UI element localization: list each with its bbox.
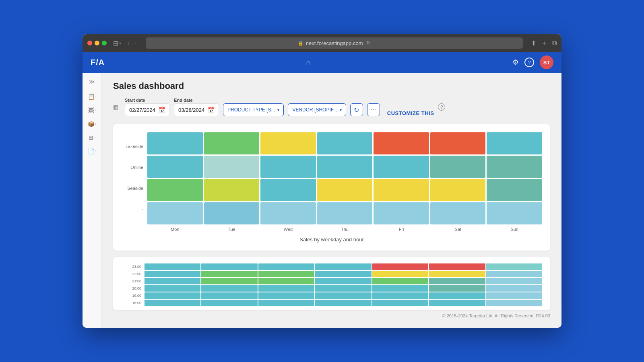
heatmap2-cell-r5-c0[interactable] — [144, 300, 200, 306]
heatmap2-cell-r5-c6[interactable] — [486, 300, 542, 306]
heatmap1-cell-r2-c5[interactable] — [430, 179, 486, 201]
heatmap2-cell-r5-c2[interactable] — [258, 300, 314, 306]
vendor-filter-btn[interactable]: VENDOR [SHOPIF... ▾ — [288, 103, 346, 116]
end-date-input[interactable]: 03/28/2024 📅 — [174, 103, 219, 116]
heatmap2-cell-r1-c5[interactable] — [429, 271, 485, 277]
help-icon[interactable]: ? — [524, 58, 534, 67]
heatmap1-cell-r1-c0[interactable] — [147, 156, 203, 178]
heatmap2-cell-r3-c6[interactable] — [486, 285, 542, 292]
heatmap2-cell-r1-c4[interactable] — [372, 271, 428, 277]
heatmap2-cell-r1-c1[interactable] — [201, 271, 257, 277]
heatmap1-cell-r1-c5[interactable] — [430, 156, 486, 178]
heatmap1-cell-r3-c3[interactable] — [317, 202, 373, 224]
heatmap2-cell-r2-c4[interactable] — [372, 278, 428, 284]
sidebar-expand-btn[interactable]: ≫ — [87, 76, 97, 87]
heatmap1-cell-r0-c3[interactable] — [317, 132, 373, 154]
customize-help-icon[interactable]: ? — [438, 103, 445, 111]
heatmap1-cell-r2-c0[interactable] — [147, 179, 203, 201]
heatmap1-cell-r2-c1[interactable] — [204, 179, 260, 201]
heatmap1-cell-r3-c2[interactable] — [260, 202, 316, 224]
heatmap2-cell-r0-c0[interactable] — [144, 263, 200, 270]
url-bar[interactable]: 🔒 next.forecastingapp.com ↻ — [146, 37, 523, 49]
more-options-btn[interactable]: ··· — [367, 103, 380, 116]
heatmap1-cell-r1-c2[interactable] — [260, 156, 316, 178]
heatmap2-cell-r0-c6[interactable] — [486, 263, 542, 270]
sidebar-item-1[interactable]: 📋 › — [85, 90, 99, 103]
heatmap2-cell-r3-c2[interactable] — [258, 285, 314, 292]
heatmap1-cell-r1-c6[interactable] — [487, 156, 542, 178]
heatmap2-cell-r2-c0[interactable] — [144, 278, 200, 284]
heatmap2-cell-r4-c1[interactable] — [201, 292, 257, 299]
heatmap2-cell-r5-c3[interactable] — [315, 300, 371, 306]
user-avatar[interactable]: ST — [540, 56, 553, 69]
heatmap2-cell-r0-c3[interactable] — [315, 263, 371, 270]
refresh-btn[interactable]: ↻ — [350, 103, 363, 116]
sidebar-item-4[interactable]: ⊞ › — [85, 132, 99, 144]
heatmap2-cell-r3-c5[interactable] — [429, 285, 485, 292]
settings-icon[interactable]: ⚙ — [512, 58, 519, 67]
heatmap1-cell-r0-c1[interactable] — [204, 132, 260, 154]
heatmap2-cell-r4-c6[interactable] — [486, 292, 542, 299]
heatmap2-cell-r3-c1[interactable] — [201, 285, 257, 292]
sidebar-item-2[interactable]: 🖼 › — [85, 104, 99, 116]
heatmap2-cell-r5-c5[interactable] — [429, 300, 485, 306]
forward-button[interactable]: › — [133, 39, 138, 47]
heatmap2-cell-r3-c3[interactable] — [315, 285, 371, 292]
close-button[interactable] — [87, 41, 92, 45]
start-date-input[interactable]: 02/27/2024 📅 — [125, 103, 170, 116]
heatmap1-cell-r3-c6[interactable] — [487, 202, 542, 224]
heatmap2-cell-r1-c6[interactable] — [486, 271, 542, 277]
heatmap2-cell-r0-c4[interactable] — [372, 263, 428, 270]
heatmap2-cell-r0-c5[interactable] — [429, 263, 485, 270]
heatmap2-cell-r2-c5[interactable] — [429, 278, 485, 284]
heatmap2-cell-r2-c6[interactable] — [486, 278, 542, 284]
heatmap2-cell-r4-c0[interactable] — [144, 292, 200, 299]
home-icon[interactable]: ⌂ — [306, 58, 311, 67]
heatmap2-cell-r4-c3[interactable] — [315, 292, 371, 299]
heatmap1-cell-r2-c3[interactable] — [317, 179, 373, 201]
heatmap1-cell-r1-c3[interactable] — [317, 156, 373, 178]
heatmap2-cell-r1-c3[interactable] — [315, 271, 371, 277]
heatmap2-cell-r5-c1[interactable] — [201, 300, 257, 306]
heatmap2-cell-r4-c4[interactable] — [372, 292, 428, 299]
reload-icon[interactable]: ↻ — [367, 40, 371, 46]
table-view-icon[interactable]: ▦ — [113, 104, 118, 110]
heatmap2-cell-r0-c1[interactable] — [201, 263, 257, 270]
fullscreen-button[interactable] — [102, 41, 107, 45]
heatmap2-cell-r2-c1[interactable] — [201, 278, 257, 284]
sidebar-toggle[interactable]: ⊟▾ — [113, 39, 121, 47]
heatmap2-cell-r4-c2[interactable] — [258, 292, 314, 299]
heatmap1-cell-r2-c4[interactable] — [374, 179, 429, 201]
product-type-filter-btn[interactable]: PRODUCT TYPE [S... ▾ — [223, 103, 284, 116]
heatmap1-cell-r2-c6[interactable] — [487, 179, 542, 201]
heatmap2-cell-r0-c2[interactable] — [258, 263, 314, 270]
heatmap2-cell-r3-c4[interactable] — [372, 285, 428, 292]
heatmap1-cell-r0-c6[interactable] — [487, 132, 542, 154]
heatmap1-cell-r3-c4[interactable] — [374, 202, 429, 224]
heatmap1-cell-r0-c2[interactable] — [260, 132, 316, 154]
tabs-icon[interactable]: ⧉ — [552, 39, 557, 47]
customize-btn[interactable]: CUSTOMIZE THIS — [387, 110, 434, 116]
sidebar-item-3[interactable]: 📦 › — [85, 118, 99, 130]
heatmap2-cell-r2-c3[interactable] — [315, 278, 371, 284]
heatmap1-cell-r3-c5[interactable] — [430, 202, 486, 224]
heatmap2-cell-r4-c5[interactable] — [429, 292, 485, 299]
heatmap1-cell-r0-c5[interactable] — [430, 132, 486, 154]
share-icon[interactable]: ⬆ — [531, 39, 536, 47]
heatmap1-cell-r3-c1[interactable] — [204, 202, 260, 224]
sidebar-item-5[interactable]: 📄 › — [85, 145, 99, 157]
heatmap1-cell-r0-c4[interactable] — [374, 132, 429, 154]
heatmap1-cell-r1-c4[interactable] — [374, 156, 429, 178]
heatmap2-cell-r1-c0[interactable] — [144, 271, 200, 277]
heatmap2-cell-r2-c2[interactable] — [258, 278, 314, 284]
heatmap2-cell-r5-c4[interactable] — [372, 300, 428, 306]
minimize-button[interactable] — [95, 41, 99, 45]
heatmap1-cell-r1-c1[interactable] — [204, 156, 260, 178]
heatmap1-cell-r3-c0[interactable] — [147, 202, 203, 224]
heatmap1-cell-r2-c2[interactable] — [260, 179, 316, 201]
heatmap1-cell-r0-c0[interactable] — [147, 132, 203, 154]
heatmap2-cell-r1-c2[interactable] — [258, 271, 314, 277]
new-tab-icon[interactable]: ＋ — [541, 39, 547, 47]
heatmap2-cell-r3-c0[interactable] — [144, 285, 200, 292]
back-button[interactable]: ‹ — [126, 39, 131, 47]
